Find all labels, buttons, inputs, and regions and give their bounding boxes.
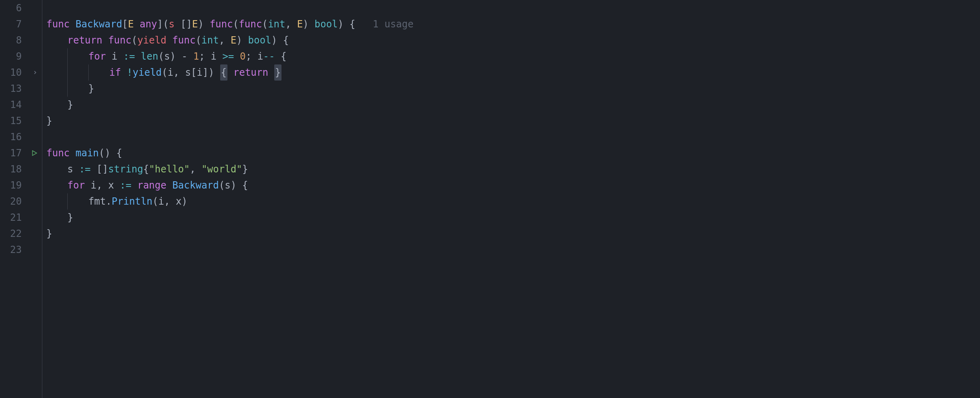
gutter-line[interactable]: 9 [0,48,42,64]
line-number: 9 [16,48,22,64]
line-number: 16 [10,129,22,145]
line-number: 23 [10,242,22,258]
gutter-line[interactable]: 10 [0,64,42,81]
gutter-line[interactable]: 18 [0,161,42,177]
gutter: 6 7 8 9 10 13 14 15 16 17 18 19 20 21 22… [0,0,42,398]
gutter-line[interactable]: 21 [0,209,42,226]
line-number: 7 [16,16,22,32]
code-line[interactable] [46,0,980,16]
code-line[interactable]: } [46,226,980,242]
code-line[interactable]: } [46,113,980,129]
line-number: 21 [10,209,22,226]
func-name: Backward [75,16,122,32]
line-number: 6 [16,0,22,16]
matched-brace: { [220,64,227,81]
code-line[interactable]: } [46,209,980,226]
code-line[interactable]: func main() { [46,145,980,161]
code-editor: 6 7 8 9 10 13 14 15 16 17 18 19 20 21 22… [0,0,980,398]
code-line[interactable]: for i, x := range Backward(s) { [46,177,980,193]
code-line[interactable]: func Backward[E any](s []E) func(func(in… [46,16,980,32]
keyword-func: func [46,16,70,32]
svg-marker-0 [33,151,37,155]
gutter-line[interactable]: 19 [0,177,42,193]
gutter-line[interactable]: 15 [0,113,42,129]
code-line[interactable] [46,242,980,258]
func-main: main [75,145,99,161]
code-area[interactable]: func Backward[E any](s []E) func(func(in… [42,0,980,398]
line-number: 10 [10,64,22,81]
code-line[interactable]: } [46,97,980,113]
line-number: 15 [10,113,22,129]
line-number: 20 [10,193,22,209]
gutter-line[interactable]: 6 [0,0,42,16]
fold-expand-icon[interactable] [32,70,38,75]
gutter-line[interactable]: 22 [0,226,42,242]
usages-hint[interactable]: 1 usage [373,16,413,32]
code-line[interactable]: if !yield(i, s[i]) { return } [46,64,980,81]
gutter-line[interactable]: 13 [0,81,42,97]
line-number: 18 [10,161,22,177]
line-number: 19 [10,177,22,193]
code-line[interactable]: } [46,81,980,97]
line-number: 13 [10,81,22,97]
code-line[interactable]: s := []string{"hello", "world"} [46,161,980,177]
gutter-line[interactable]: 20 [0,193,42,209]
code-line[interactable]: fmt.Println(i, x) [46,193,980,209]
matched-brace: } [274,64,281,81]
gutter-line[interactable]: 7 [0,16,42,32]
gutter-line[interactable]: 23 [0,242,42,258]
line-number: 17 [10,145,22,161]
line-number: 14 [10,97,22,113]
code-line[interactable] [46,129,980,145]
gutter-line[interactable]: 17 [0,145,42,161]
gutter-line[interactable]: 16 [0,129,42,145]
line-number: 22 [10,226,22,242]
gutter-line[interactable]: 8 [0,32,42,48]
run-icon[interactable] [31,149,38,157]
code-line[interactable]: for i := len(s) - 1; i >= 0; i-- { [46,48,980,64]
code-line[interactable]: return func(yield func(int, E) bool) { [46,32,980,48]
gutter-line[interactable]: 14 [0,97,42,113]
line-number: 8 [16,32,22,48]
